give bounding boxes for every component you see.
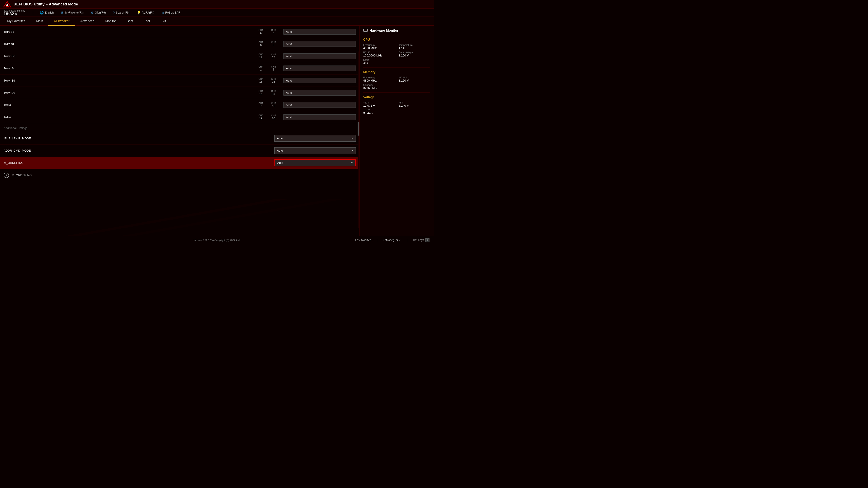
value-box-twrwrdd: Auto: [283, 90, 356, 96]
nav-item-tool[interactable]: Tool: [138, 17, 155, 26]
settings-gear-icon[interactable]: ⚙: [15, 13, 18, 15]
setting-row-m-ordering[interactable]: M_ORDERING Auto ▼: [0, 157, 360, 169]
setting-row-ibuf-lpwr-mode[interactable]: IBUF_LPWR_MODE Auto ▼: [0, 132, 360, 144]
hw-v12-label: +12V: [363, 101, 395, 104]
setting-name-twrwrdd: TwrwrDd: [4, 91, 256, 94]
setting-row-addr-cmd-mode[interactable]: ADDR_CMD_MODE Auto ▼: [0, 144, 360, 157]
search-icon: ?: [113, 11, 115, 14]
chb-col-trdrdsd: CHB 6: [269, 29, 278, 35]
m-ordering-dropdown[interactable]: Auto ▼: [274, 159, 356, 166]
ezmode-button[interactable]: EzMode(F7) ↵: [383, 238, 401, 242]
hw-cpu-section-title: CPU: [363, 38, 430, 41]
value-box-twrwrsd: Auto: [283, 78, 356, 84]
nav-item-exit[interactable]: Exit: [155, 17, 171, 26]
time-display: 18:32 ⚙: [4, 12, 18, 16]
value-box-trdwr: Auto: [283, 114, 356, 120]
value-box-twrwrscl: Auto: [283, 53, 356, 59]
chevron-down-icon: ▼: [351, 149, 353, 152]
hw-cpu-temp-label: Temperature: [399, 43, 431, 46]
last-modified-button[interactable]: Last Modified: [355, 238, 371, 242]
setting-row-twrwrsd: TwrwrSd CHA 15 CHB 15 Auto: [0, 74, 360, 87]
nav-item-ai-tweaker[interactable]: Ai Tweaker: [49, 17, 75, 26]
exit-icon: ↵: [399, 238, 401, 242]
hw-v33-label: +3.3V: [363, 109, 395, 111]
nav-bar: My Favorites Main Ai Tweaker Advanced Mo…: [0, 17, 434, 26]
info-icon: i: [4, 173, 9, 178]
toolbar-divider-1: |: [32, 10, 33, 15]
hw-ratio-value: 45x: [363, 61, 395, 65]
hw-cpu-freq-value: 4500 MHz: [363, 46, 395, 50]
value-box-twrrd: Auto: [283, 102, 356, 108]
hw-capacity-label: Capacity: [363, 84, 395, 86]
aura-icon: 💡: [137, 11, 141, 14]
setting-name-twrwrsd: TwrwrSd: [4, 79, 256, 82]
setting-name-twrwrsc: TwrwrSc: [4, 67, 256, 70]
myfavorite-button[interactable]: 🖥 MyFavorite(F3): [60, 10, 84, 15]
hardware-monitor-panel: Hardware Monitor CPU Frequency 4500 MHz …: [360, 26, 434, 236]
scrollbar-thumb[interactable]: [358, 122, 360, 135]
ibuf-lpwr-mode-dropdown[interactable]: Auto ▼: [274, 135, 356, 142]
value-box-trdrddd: Auto: [283, 41, 356, 47]
bios-title: UEFI BIOS Utility – Advanced Mode: [13, 2, 78, 6]
hw-cpu-grid: Frequency 4500 MHz Temperature 17°C BCLK…: [363, 43, 430, 65]
setting-name-addr-cmd-mode: ADDR_CMD_MODE: [4, 149, 139, 152]
setting-name-trdrdsd: TrdrdSd: [4, 30, 256, 33]
setting-name-ibuf-lpwr-mode: IBUF_LPWR_MODE: [4, 137, 139, 140]
addr-cmd-mode-dropdown[interactable]: Auto ▼: [274, 147, 356, 154]
main-layout: TrdrdSd CHA 6 CHB 6 Auto Trdrddd: [0, 26, 434, 236]
hw-ratio-label: Ratio: [363, 59, 395, 61]
globe-icon: 🌐: [40, 11, 43, 14]
hardware-monitor-title: Hardware Monitor: [363, 29, 430, 34]
datetime: 12/25/2022 Sunday 18:32 ⚙: [4, 9, 25, 16]
language-button[interactable]: 🌐 English: [39, 10, 55, 15]
aura-button[interactable]: 💡 AURA(F4): [136, 10, 155, 15]
nav-item-advanced[interactable]: Advanced: [75, 17, 100, 26]
hw-divider-2: [363, 92, 430, 93]
nav-item-monitor[interactable]: Monitor: [100, 17, 121, 26]
hw-cpu-freq-label: Frequency: [363, 43, 395, 46]
monitor-panel-icon: [363, 29, 368, 32]
hw-v12-value: 12.076 V: [363, 104, 395, 107]
qfan-button[interactable]: ⚙ Qfan(F6): [90, 10, 107, 15]
additional-timings-header: Additional Timings: [0, 123, 360, 132]
hw-mc-volt-value: 1.120 V: [399, 79, 431, 82]
hw-cpu-temp-value: 17°C: [399, 46, 431, 50]
info-row: i M_ORDERING: [0, 169, 360, 181]
resize-bar-button[interactable]: ⊞ ReSize BAR: [160, 10, 181, 15]
nav-item-my-favorites[interactable]: My Favorites: [2, 17, 31, 26]
hw-capacity-value: 32768 MB: [363, 86, 395, 90]
value-box-trdrdsd: Auto: [283, 29, 356, 35]
hw-memory-section-title: Memory: [363, 70, 430, 74]
monitor-icon: 🖥: [61, 11, 64, 14]
rog-logo-icon: [3, 1, 12, 8]
hw-core-volt-label: Core Voltage: [399, 51, 431, 54]
hw-mc-volt-label: MC Volt: [399, 76, 431, 79]
setting-name-m-ordering: M_ORDERING: [4, 161, 139, 164]
toolbar-bar: 12/25/2022 Sunday 18:32 ⚙ | 🌐 English 🖥 …: [0, 8, 434, 17]
hw-memory-grid: Frequency 4800 MHz MC Volt 1.120 V Capac…: [363, 76, 430, 90]
setting-name-trdrddd: Trdrddd: [4, 42, 256, 46]
svg-rect-3: [364, 29, 368, 31]
chevron-down-icon: ▼: [351, 137, 353, 140]
cha-col-trdrdsd: CHA 6: [256, 29, 266, 35]
version-text: Version 2.22.1284 Copyright (C) 2022 AMI: [194, 239, 241, 241]
cha-chb-trdrdsd: CHA 6 CHB 6: [256, 29, 283, 35]
hw-bclk-label: BCLK: [363, 51, 395, 54]
nav-item-main[interactable]: Main: [31, 17, 49, 26]
hw-v33-value: 3.344 V: [363, 111, 395, 115]
hw-divider-1: [363, 67, 430, 68]
nav-item-boot[interactable]: Boot: [121, 17, 138, 26]
hw-core-volt-value: 1.200 V: [399, 54, 431, 57]
setting-name-trdwr: Trdwr: [4, 116, 256, 119]
setting-name-twrwrscl: TwrwrScl: [4, 55, 256, 58]
bottom-bar: Version 2.22.1284 Copyright (C) 2022 AMI…: [0, 236, 434, 244]
chevron-down-icon: ▼: [351, 162, 353, 164]
settings-table: TrdrdSd CHA 6 CHB 6 Auto Trdrddd: [0, 26, 360, 181]
setting-row-twrrd: Twrrd CHA 7 CHB 15 Auto: [0, 99, 360, 111]
hotkeys-button[interactable]: Hot Keys ?: [413, 238, 430, 242]
setting-row-trdrddd: Trdrddd CHA 6 CHB 6 Auto: [0, 38, 360, 50]
setting-row-twrwrdd: TwrwrDd CHA 15 CHB 15 Auto: [0, 87, 360, 99]
bottom-right-buttons: Last Modified | EzMode(F7) ↵ | Hot Keys …: [355, 238, 430, 242]
search-button[interactable]: ? Search(F9): [112, 10, 130, 15]
bottom-divider-1: |: [377, 238, 377, 242]
